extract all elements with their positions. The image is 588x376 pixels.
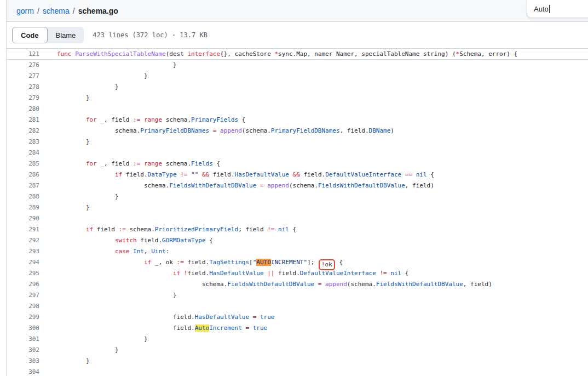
line-content: field.AutoIncrement = true [39, 323, 267, 334]
code-line: 282 schema.PrimaryFieldDBNames = append(… [7, 126, 588, 136]
find-in-file-box[interactable]: Auto [527, 0, 588, 18]
line-number[interactable]: 293 [7, 246, 39, 257]
breadcrumb-repo-link[interactable]: gorm [16, 7, 34, 15]
line-content: if _, ok := field.TagSettings["AUTOINCRE… [39, 257, 343, 268]
code-line: 284 [7, 147, 588, 158]
line-content: switch field.GORMDataType { [39, 235, 213, 246]
code-line: 290 [7, 213, 588, 224]
breadcrumb-bar: gorm/schema/schema.go [7, 0, 588, 22]
line-content: } [39, 136, 90, 147]
line-number[interactable]: 286 [7, 169, 39, 180]
line-content [39, 301, 57, 312]
text-cursor [549, 5, 550, 13]
code-line: 303 } [7, 356, 588, 367]
breadcrumb-folder-link[interactable]: schema [43, 7, 70, 15]
code-line: 295 if !field.HasDefaultValue || field.D… [7, 268, 588, 279]
line-content: schema.FieldsWithDefaultDBValue = append… [39, 279, 492, 290]
line-number[interactable]: 298 [7, 301, 39, 312]
line-number[interactable]: 299 [7, 312, 39, 323]
line-content: for _, field := range schema.PrimaryFiel… [39, 115, 245, 126]
line-number[interactable]: 288 [7, 191, 39, 202]
code-line: 296 schema.FieldsWithDefaultDBValue = ap… [7, 279, 588, 290]
line-number[interactable]: 278 [7, 82, 39, 93]
line-number[interactable]: 285 [7, 158, 39, 169]
line-content: for _, field := range schema.Fields { [39, 158, 220, 169]
code-line: 288 } [7, 191, 588, 202]
line-content: schema.PrimaryFieldDBNames = append(sche… [39, 126, 394, 136]
sticky-code-line: 121func ParseWithSpecialTableName(dest i… [7, 49, 588, 60]
code-line: 289 } [7, 202, 588, 213]
line-number[interactable]: 302 [7, 345, 39, 356]
breadcrumb: gorm/schema/schema.go [16, 7, 118, 15]
line-number[interactable]: 284 [7, 147, 39, 158]
code-panel: 121func ParseWithSpecialTableName(dest i… [7, 48, 588, 376]
code-line: 300 field.AutoIncrement = true [7, 323, 588, 334]
sticky-host: 121func ParseWithSpecialTableName(dest i… [7, 49, 588, 60]
file-toolbar: Code Blame 423 lines (372 loc) · 13.7 KB [7, 22, 588, 48]
line-number[interactable]: 296 [7, 279, 39, 290]
line-number[interactable]: 294 [7, 257, 39, 268]
line-number[interactable]: 279 [7, 93, 39, 104]
file-view-container: gorm/schema/schema.go Code Blame 423 lin… [6, 0, 588, 376]
line-content: } [39, 345, 119, 356]
line-number[interactable]: 276 [7, 60, 39, 71]
code-blame-segmented-control: Code Blame [12, 27, 84, 43]
lines-host: 276 }277 }278 }279 }280281 for _, field … [7, 60, 588, 376]
find-in-file-input[interactable]: Auto [534, 5, 549, 13]
line-number[interactable]: 280 [7, 104, 39, 115]
line-content [39, 147, 57, 158]
line-number[interactable]: 301 [7, 334, 39, 345]
code-line: 293 case Int, Uint: [7, 246, 588, 257]
line-number[interactable]: 300 [7, 323, 39, 334]
line-number[interactable]: 289 [7, 202, 39, 213]
line-number[interactable]: 297 [7, 290, 39, 301]
line-number[interactable]: 283 [7, 136, 39, 147]
line-content: } [39, 60, 177, 71]
line-content: field.HasDefaultValue = true [39, 312, 274, 323]
code-line: 299 field.HasDefaultValue = true [7, 312, 588, 323]
line-content: } [39, 82, 119, 93]
code-line: 285 for _, field := range schema.Fields … [7, 158, 588, 169]
code-line: 304 [7, 367, 588, 376]
line-content: schema.FieldsWithDefaultDBValue = append… [39, 180, 434, 191]
tab-blame[interactable]: Blame [48, 27, 84, 43]
code-line: 298 [7, 301, 588, 312]
tab-code[interactable]: Code [12, 27, 48, 43]
line-content: if field := schema.PrioritizedPrimaryFie… [39, 224, 296, 235]
code-line: 297 } [7, 290, 588, 301]
line-number[interactable]: 277 [7, 71, 39, 82]
code-line: 277 } [7, 71, 588, 82]
line-content: func ParseWithSpecialTableName(dest inte… [39, 49, 517, 59]
line-number[interactable]: 290 [7, 213, 39, 224]
line-content: } [39, 202, 90, 213]
code-line: 291 if field := schema.PrioritizedPrimar… [7, 224, 588, 235]
line-number[interactable]: 292 [7, 235, 39, 246]
breadcrumb-separator: / [37, 7, 39, 15]
line-number[interactable]: 303 [7, 356, 39, 367]
line-content: case Int, Uint: [39, 246, 169, 257]
line-number[interactable]: 291 [7, 224, 39, 235]
code-line: 294 if _, ok := field.TagSettings["AUTOI… [7, 257, 588, 268]
line-content: } [39, 356, 90, 367]
line-number[interactable]: 282 [7, 126, 39, 136]
line-content: } [39, 93, 90, 104]
code-line: 301 } [7, 334, 588, 345]
line-number[interactable]: 295 [7, 268, 39, 279]
breadcrumb-separator: / [73, 7, 75, 15]
code-line: 280 [7, 104, 588, 115]
line-content: } [39, 191, 119, 202]
line-number[interactable]: 304 [7, 367, 39, 376]
line-content: } [39, 290, 177, 301]
line-content [39, 367, 57, 376]
code-line: 287 schema.FieldsWithDefaultDBValue = ap… [7, 180, 588, 191]
line-content: } [39, 71, 148, 82]
code-line: 302 } [7, 345, 588, 356]
line-content: } [39, 334, 148, 345]
line-number[interactable]: 281 [7, 115, 39, 126]
line-number[interactable]: 287 [7, 180, 39, 191]
file-stats: 423 lines (372 loc) · 13.7 KB [93, 31, 207, 39]
line-number[interactable]: 121 [7, 49, 39, 59]
code-line: 292 switch field.GORMDataType { [7, 235, 588, 246]
code-line: 281 for _, field := range schema.Primary… [7, 115, 588, 126]
line-content: if field.DataType != "" && field.HasDefa… [39, 169, 434, 180]
